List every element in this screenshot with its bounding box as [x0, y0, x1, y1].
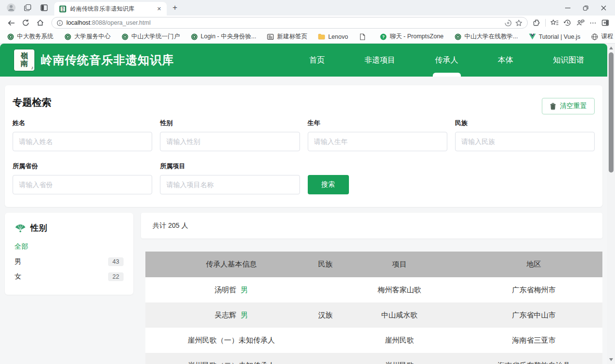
search-button[interactable]: 搜索	[308, 175, 349, 194]
page-content: 嶺南 ♪ 岭南传统音乐非遗知识库 首页 非遗项目	[0, 44, 607, 364]
table-row[interactable]: 崖州民歌（一）未知传承人 崖州民歌 海南省三亚市	[145, 328, 602, 353]
favorites-bar-icon[interactable]	[551, 19, 559, 27]
table-row[interactable]: 崖州民歌（二）未知传承人 崖州民歌 海南省乐东黎族自治县	[145, 353, 602, 364]
inheritor-project: 梅州客家山歌	[378, 285, 421, 295]
field-input[interactable]	[13, 175, 152, 194]
field-input[interactable]	[160, 132, 300, 151]
facet-option-label: 女	[15, 272, 21, 281]
address-bar[interactable]: localhost:8088/opera_user.html	[51, 17, 528, 29]
field-input[interactable]	[455, 132, 595, 151]
bookmarks-bar: 中大教务系统 大学服务中心 中山大学统一门户 Login - 中央身份验... …	[0, 30, 615, 44]
nav-item[interactable]: 知识图谱	[548, 44, 589, 77]
extensions-icon[interactable]	[533, 19, 540, 27]
new-tab-button[interactable]: +	[173, 3, 177, 13]
favorite-star-icon[interactable]	[515, 19, 522, 27]
bookmark-item[interactable]: 中山大学统一门户	[121, 32, 180, 41]
shopping-icon[interactable]	[505, 19, 512, 27]
inheritor-gender: 男	[241, 311, 248, 320]
inheritor-name: 崖州民歌（二）未知传承人	[188, 361, 275, 364]
facet-option[interactable]: 女 22	[15, 272, 124, 281]
facet-option[interactable]: 男 43	[15, 257, 124, 266]
minimize-icon[interactable]	[565, 5, 570, 11]
search-panel-title: 专题检索	[13, 96, 595, 109]
nav-item[interactable]: 非遗项目	[360, 44, 400, 77]
facet-title: 性别	[31, 222, 47, 234]
profile-avatar-icon[interactable]	[5, 1, 17, 14]
info-icon[interactable]	[57, 20, 63, 26]
field-input[interactable]	[308, 132, 447, 151]
table-row[interactable]: 汤明哲 男 梅州客家山歌 广东省梅州市	[145, 277, 602, 302]
column-header: 民族	[317, 260, 334, 269]
globe-icon	[591, 33, 598, 40]
chat-icon: ?	[379, 33, 387, 40]
bookmark-item[interactable]: Login - 中央身份验...	[190, 32, 256, 41]
browser-tab[interactable]: 嶺南 岭南传统音乐非遗知识库 ✕	[54, 2, 167, 16]
reset-button[interactable]: 清空重置	[542, 98, 595, 114]
nav-item[interactable]: 首页	[304, 44, 330, 77]
more-icon[interactable]	[589, 19, 597, 27]
home-icon[interactable]	[34, 17, 47, 29]
bookmark-label: 大学服务中心	[74, 32, 110, 41]
facet-option-all[interactable]: 全部	[15, 242, 124, 251]
tab-title: 岭南传统音乐非遗知识库	[70, 5, 152, 13]
url-text[interactable]: localhost:8088/opera_user.html	[66, 19, 501, 26]
history-icon[interactable]	[564, 19, 571, 27]
active-tab-indicator	[433, 73, 461, 77]
search-panel: 专题检索 清空重置 姓名 性别	[5, 85, 602, 207]
close-icon[interactable]	[601, 5, 606, 11]
inheritor-name: 汤明哲	[215, 285, 237, 295]
scrollbar-thumb[interactable]	[609, 52, 614, 173]
tab-close-icon[interactable]: ✕	[156, 6, 163, 12]
back-icon[interactable]	[5, 17, 17, 29]
bookmark-item[interactable]: 课程	[591, 32, 613, 41]
form-field: 生年	[308, 119, 447, 151]
main-nav: 首页 非遗项目 传承人 本体	[304, 44, 607, 77]
school-badge-icon	[7, 33, 14, 40]
bookmark-item[interactable]: Tutorial | Vue.js	[529, 33, 581, 40]
refresh-icon[interactable]	[19, 17, 32, 29]
feedback-icon[interactable]	[576, 19, 584, 27]
restore-icon[interactable]	[583, 5, 588, 11]
inheritor-region: 广东省中山市	[512, 311, 556, 320]
url-path: :8088/opera_user.html	[90, 19, 150, 26]
vertical-tabs-icon[interactable]	[38, 1, 50, 14]
trash-icon	[550, 103, 556, 110]
sidebar-toggle-icon[interactable]	[601, 19, 609, 27]
school-badge-icon	[454, 33, 461, 40]
field-input[interactable]	[13, 132, 152, 151]
facet-count-badge: 43	[108, 257, 124, 266]
scrollbar-down-arrow-icon[interactable]	[609, 358, 613, 361]
bookmark-item[interactable]: 中大教务系统	[7, 32, 53, 41]
inheritor-project: 崖州民歌	[385, 361, 414, 364]
results-count-card: 共计 205 人	[141, 213, 602, 238]
bookmark-item[interactable]: 中山大学在线教学...	[454, 32, 518, 41]
nav-item[interactable]: 本体	[493, 44, 518, 77]
bookmark-item[interactable]: ? 聊天 - PromptsZone	[379, 32, 443, 41]
field-input[interactable]	[160, 175, 300, 194]
bookmark-item[interactable]: Lenovo	[318, 33, 348, 40]
workspaces-icon[interactable]	[21, 1, 34, 14]
school-badge-icon	[190, 33, 198, 40]
bookmark-item[interactable]: 新建标签页	[267, 32, 308, 41]
inheritor-region: 海南省乐东黎族自治县	[498, 361, 570, 364]
bookmark-item[interactable]	[359, 33, 369, 40]
bookmark-item[interactable]: 大学服务中心	[64, 32, 110, 41]
url-host: localhost	[66, 19, 90, 26]
nav-item-label: 非遗项目	[364, 55, 395, 65]
browser-titlebar: 嶺南 岭南传统音乐非遗知识库 ✕ +	[0, 0, 615, 16]
site-header: 嶺南 ♪ 岭南传统音乐非遗知识库 首页 非遗项目	[0, 44, 607, 77]
scrollbar-up-arrow-icon[interactable]	[609, 47, 613, 49]
column-header: 传承人基本信息	[145, 260, 317, 269]
field-label: 姓名	[13, 119, 152, 127]
content-row: 性别 全部 男 43 女 22	[5, 213, 602, 364]
results-area: 共计 205 人 传承人基本信息 民族 项目 地区 汤	[141, 213, 602, 364]
nav-item-label: 首页	[309, 55, 325, 65]
nav-item-label: 知识图谱	[553, 55, 584, 65]
browser-toolbar: localhost:8088/opera_user.html	[0, 16, 615, 30]
table-row[interactable]: 吴志辉 男 汉族 中山咸水歌 广东省中山市	[145, 302, 602, 328]
field-label: 所属省份	[13, 162, 152, 171]
inheritor-gender: 男	[241, 285, 248, 295]
page-scrollbar[interactable]	[607, 44, 615, 364]
nav-item[interactable]: 传承人	[430, 44, 463, 77]
inheritor-project: 崖州民歌	[385, 336, 414, 345]
